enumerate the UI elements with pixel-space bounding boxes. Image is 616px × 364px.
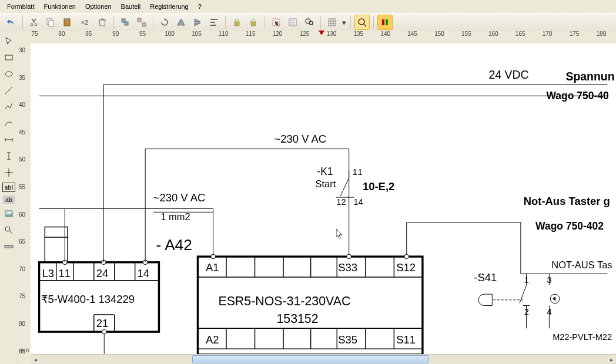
- menu-formblatt[interactable]: Formblatt: [2, 1, 39, 12]
- svg-point-82: [404, 254, 409, 259]
- align-button[interactable]: [206, 15, 222, 30]
- label-esr5: ESR5-NOS-31-230VAC: [218, 294, 350, 308]
- svg-text:A1: A1: [206, 261, 219, 274]
- unlock-button[interactable]: [246, 15, 261, 30]
- svg-point-1: [35, 23, 37, 26]
- zoom-button[interactable]: [354, 15, 370, 30]
- search-button[interactable]: [302, 15, 317, 30]
- grid-dropdown[interactable]: ▾: [341, 15, 347, 30]
- svg-text:A2: A2: [206, 333, 219, 346]
- component-left-block: L3 11 24 14 ₹5-W400-1 134229 21: [39, 209, 159, 355]
- mirror-v-button[interactable]: [190, 15, 205, 30]
- svg-text:11: 11: [59, 267, 71, 279]
- label-m22: M22-PVLT-M22: [553, 332, 612, 342]
- delete-button[interactable]: [95, 15, 110, 30]
- svg-point-16: [359, 19, 364, 25]
- svg-text:S33: S33: [338, 261, 357, 274]
- label-wago1: Wago 750-40: [547, 90, 609, 102]
- svg-point-80: [211, 254, 216, 259]
- dimension-h-tool[interactable]: [2, 133, 15, 146]
- drawing-canvas[interactable]: 24 VDC Spannun Wago 750-40 ~230 V AC -K1…: [31, 43, 616, 355]
- mirror-h-button[interactable]: [173, 15, 189, 30]
- ellipse-tool[interactable]: [2, 68, 15, 80]
- menu-bauteil[interactable]: Bauteil: [116, 1, 146, 12]
- svg-point-66: [102, 329, 106, 334]
- label-24vdc: 24 VDC: [489, 68, 529, 81]
- line-tool[interactable]: [2, 84, 15, 97]
- text-tool[interactable]: ab: [3, 196, 15, 204]
- pointer-tool[interactable]: [2, 35, 15, 48]
- label-k1: -K1: [317, 166, 333, 177]
- svg-point-20: [5, 72, 12, 76]
- label-mm2: 1 mm2: [160, 211, 190, 222]
- label-ac2: ~230 V AC: [153, 191, 206, 204]
- svg-rect-3: [49, 21, 53, 26]
- menu-registrierung[interactable]: Registrierung: [145, 1, 193, 12]
- label-a42: - A42: [156, 236, 192, 254]
- label-k1-12: 12: [336, 197, 346, 207]
- svg-rect-42: [45, 227, 68, 237]
- list-button[interactable]: [285, 15, 300, 30]
- unit-label: mm: [18, 347, 31, 353]
- menu-optionen[interactable]: Optionen: [81, 1, 116, 12]
- zoom-tool[interactable]: [2, 224, 15, 237]
- svg-rect-18: [386, 19, 388, 25]
- rectangle-tool[interactable]: [2, 51, 15, 64]
- component-s41: -S41 1 3 2 4 M22-PVLT-M22: [474, 271, 612, 342]
- label-ac1: ~230 V AC: [274, 133, 327, 145]
- crosshair-tool[interactable]: [2, 166, 15, 179]
- dimension-v-tool[interactable]: [2, 150, 15, 163]
- svg-point-21: [8, 172, 9, 173]
- svg-line-33: [340, 178, 349, 196]
- scroll-left-button[interactable]: ◂: [31, 355, 40, 364]
- curve-tool[interactable]: [2, 117, 15, 130]
- component-main-block: A1 S33 S12 ESR5-NOS-31-230VAC 153152: [197, 254, 422, 355]
- svg-rect-19: [5, 55, 12, 60]
- svg-point-24: [5, 227, 10, 231]
- rotate-button[interactable]: [157, 15, 172, 30]
- label-esr5-num: 153152: [276, 312, 318, 326]
- label-s41: -S41: [474, 271, 497, 284]
- menu-help[interactable]: ?: [193, 1, 206, 12]
- label-notaus: Not-Aus Taster g: [524, 195, 610, 207]
- label-xref: 10-E,2: [363, 180, 394, 193]
- measure-tool[interactable]: [2, 240, 15, 253]
- label-k1-11: 11: [353, 167, 363, 177]
- selection-mode-button[interactable]: [269, 15, 284, 30]
- label-notaus2: NOT-AUS Tas: [551, 259, 612, 270]
- svg-rect-5: [65, 18, 69, 20]
- label-wago2: Wago 750-402: [535, 220, 604, 232]
- x2-button[interactable]: ×2: [76, 15, 93, 30]
- svg-point-81: [347, 254, 351, 259]
- highlight-button[interactable]: [377, 15, 393, 30]
- grid-button[interactable]: [324, 15, 340, 30]
- svg-text:S35: S35: [338, 333, 357, 346]
- svg-rect-11: [251, 22, 256, 26]
- vertical-ruler: 303540455055606570758085: [18, 43, 31, 355]
- svg-rect-9: [142, 23, 146, 26]
- group-button[interactable]: [118, 15, 133, 30]
- cut-button[interactable]: [26, 15, 42, 30]
- svg-text:14: 14: [138, 267, 150, 279]
- svg-text:S12: S12: [396, 261, 416, 274]
- label-start: Start: [315, 178, 336, 189]
- undo-button[interactable]: [4, 15, 19, 30]
- svg-rect-8: [138, 18, 141, 22]
- ungroup-button[interactable]: [134, 15, 149, 30]
- text-frame-tool[interactable]: abl: [2, 183, 15, 192]
- label-left-box: ₹5-W400-1 134229: [41, 293, 135, 305]
- svg-rect-17: [382, 19, 384, 25]
- svg-point-0: [31, 23, 33, 26]
- horizontal-ruler: 7580859095100105110115120125130135140145…: [18, 31, 616, 44]
- scroll-right-button[interactable]: ▸: [607, 355, 616, 364]
- horizontal-scrollbar[interactable]: ◂ ▸: [31, 354, 616, 364]
- svg-point-23: [7, 212, 8, 213]
- menu-funktionen[interactable]: Funktionen: [39, 1, 80, 12]
- scrollbar-thumb[interactable]: [192, 355, 428, 363]
- polyline-tool[interactable]: [2, 100, 15, 113]
- paste-button[interactable]: [59, 15, 75, 30]
- tool-palette: abl ab: [0, 31, 18, 364]
- lock-button[interactable]: [229, 15, 245, 30]
- image-tool[interactable]: [2, 207, 15, 220]
- copy-button[interactable]: [43, 15, 58, 30]
